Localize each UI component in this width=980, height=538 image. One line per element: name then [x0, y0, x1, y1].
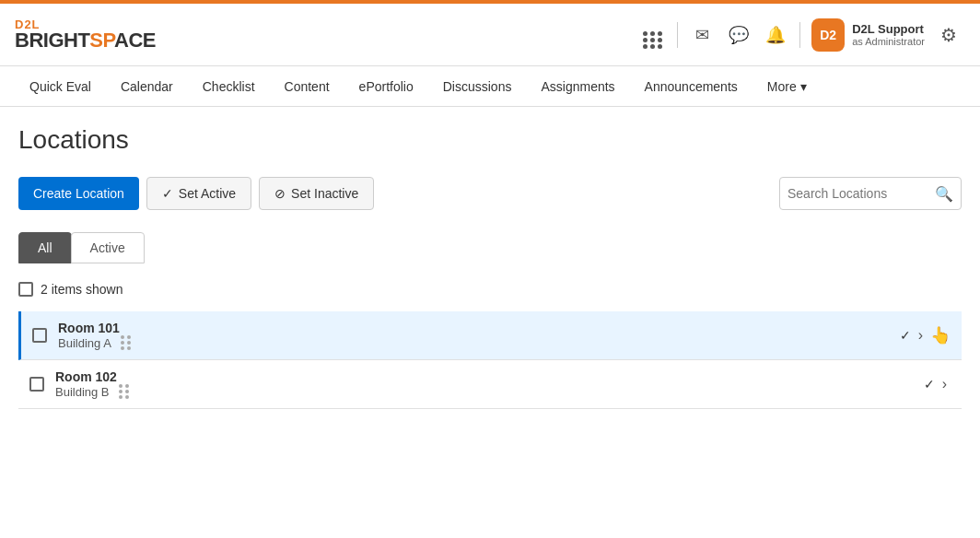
search-input[interactable]: [788, 186, 935, 201]
drag-handle-room101[interactable]: [121, 335, 132, 350]
main-content: Locations Create Location ✓ Set Active ⊘…: [0, 107, 980, 427]
set-inactive-label: Set Inactive: [291, 186, 358, 201]
drag-handle-room102[interactable]: [119, 384, 130, 399]
set-active-button[interactable]: ✓ Set Active: [146, 177, 251, 210]
nav-item-more[interactable]: More ▾: [752, 68, 822, 105]
nav-item-assignments[interactable]: Assignments: [526, 68, 629, 105]
navigation: Quick Eval Calendar Checklist Content eP…: [0, 66, 980, 107]
select-all-checkbox[interactable]: [18, 282, 33, 297]
row-check-icon-room102: ✓: [924, 377, 935, 392]
nav-item-calendar[interactable]: Calendar: [106, 68, 188, 105]
search-icon: 🔍: [935, 186, 953, 202]
chat-icon-button[interactable]: 💬: [722, 18, 755, 52]
email-icon: ✉: [695, 25, 709, 45]
header: D2L BRIGHTSPACE ✉ 💬: [0, 4, 980, 66]
items-count-row: 2 items shown: [18, 275, 962, 304]
checkmark-icon: ✓: [162, 186, 173, 201]
row-name-room101: Room 101: [58, 321, 900, 335]
row-actions-room102: ✓ ›: [924, 372, 951, 396]
email-icon-button[interactable]: ✉: [685, 18, 718, 52]
nav-item-eportfolio[interactable]: ePortfolio: [344, 68, 428, 105]
logo[interactable]: D2L BRIGHTSPACE: [15, 18, 156, 51]
search-button[interactable]: 🔍: [935, 185, 953, 203]
tab-all[interactable]: All: [18, 232, 72, 263]
set-active-label: Set Active: [179, 186, 236, 201]
header-right: ✉ 💬 🔔 D2 D2L Support as Administrator ⚙: [636, 18, 965, 52]
row-actions-room101: ✓ › 👆: [900, 323, 951, 347]
row-name-room102: Room 102: [55, 369, 924, 384]
logo-brightspace: BRIGHTSPACE: [15, 30, 156, 51]
nav-label-more: More: [767, 79, 797, 94]
gear-icon: ⚙: [940, 24, 957, 46]
location-row-room102[interactable]: Room 102 Building B ✓ ›: [18, 360, 962, 409]
page-title: Locations: [18, 125, 962, 155]
action-bar: Create Location ✓ Set Active ⊘ Set Inact…: [18, 177, 962, 210]
nav-label-eportfolio: ePortfolio: [359, 79, 414, 94]
building-a-label: Building A: [58, 336, 111, 350]
header-divider-2: [799, 22, 800, 48]
set-inactive-button[interactable]: ⊘ Set Inactive: [259, 177, 374, 210]
user-info[interactable]: D2L Support as Administrator: [852, 22, 925, 47]
cursor-hand-room101: 👆: [930, 325, 951, 345]
create-location-button[interactable]: Create Location: [18, 177, 139, 210]
bell-icon-button[interactable]: 🔔: [759, 18, 792, 52]
row-info-room101: Room 101 Building A: [58, 321, 900, 350]
avatar-initials: D2: [820, 28, 836, 42]
settings-button[interactable]: ⚙: [932, 18, 965, 52]
location-row-room101[interactable]: Room 101 Building A ✓ › 👆: [18, 311, 962, 360]
items-count-label: 2 items shown: [41, 282, 122, 297]
tab-active-label: Active: [90, 240, 125, 255]
nav-item-quick-eval[interactable]: Quick Eval: [15, 68, 106, 105]
nav-label-announcements: Announcements: [645, 79, 738, 94]
row-expand-button-room102[interactable]: ›: [939, 372, 951, 396]
chevron-down-icon: ▾: [800, 79, 807, 94]
row-sub-room101: Building A: [58, 335, 900, 350]
building-b-label: Building B: [55, 385, 110, 399]
row-sub-room102: Building B: [55, 384, 924, 399]
tab-bar: All Active: [18, 232, 962, 263]
chat-icon: 💬: [729, 25, 749, 45]
apps-grid-icon: [643, 21, 663, 49]
nav-label-content: Content: [285, 79, 330, 94]
ban-icon: ⊘: [274, 186, 286, 201]
bell-icon: 🔔: [765, 25, 786, 45]
nav-label-quick-eval: Quick Eval: [29, 79, 91, 94]
avatar[interactable]: D2: [811, 18, 845, 52]
row-expand-button-room101[interactable]: ›: [915, 323, 927, 347]
nav-label-assignments: Assignments: [541, 79, 614, 94]
tab-all-label: All: [38, 240, 52, 255]
row-checkbox-room102[interactable]: [29, 377, 44, 392]
apps-icon-button[interactable]: [636, 18, 670, 52]
user-role: as Administrator: [852, 36, 925, 47]
chevron-right-icon-room101: ›: [918, 327, 923, 343]
header-icons: ✉ 💬 🔔: [636, 18, 804, 52]
nav-item-discussions[interactable]: Discussions: [428, 68, 527, 105]
row-check-icon-room101: ✓: [900, 328, 911, 343]
nav-item-content[interactable]: Content: [270, 68, 344, 105]
header-divider-1: [677, 22, 678, 48]
tab-active[interactable]: Active: [71, 232, 145, 263]
row-checkbox-room101[interactable]: [32, 328, 47, 343]
nav-item-checklist[interactable]: Checklist: [188, 68, 270, 105]
nav-label-checklist: Checklist: [203, 79, 255, 94]
nav-label-discussions: Discussions: [443, 79, 512, 94]
user-name: D2L Support: [852, 22, 925, 36]
nav-label-calendar: Calendar: [121, 79, 173, 94]
row-info-room102: Room 102 Building B: [55, 369, 924, 399]
search-box: 🔍: [779, 177, 962, 210]
nav-item-announcements[interactable]: Announcements: [630, 68, 752, 105]
chevron-right-icon-room102: ›: [942, 376, 947, 392]
